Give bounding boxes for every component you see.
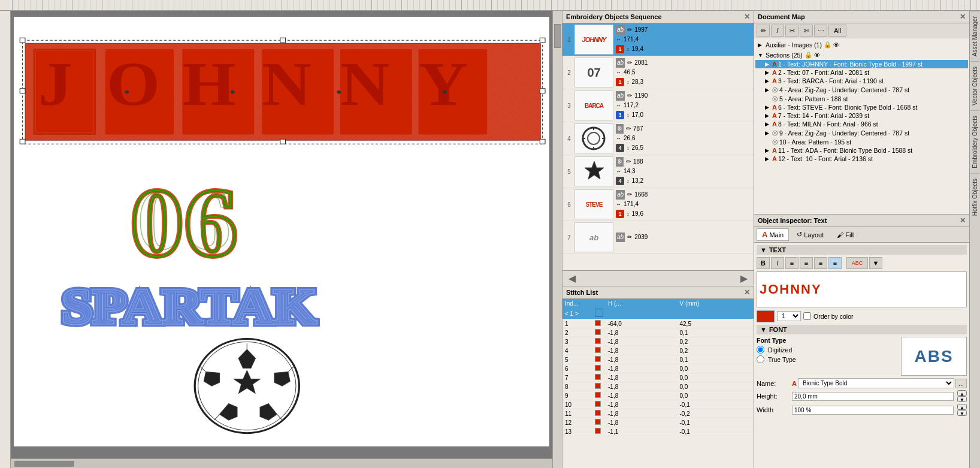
dm-item-7-expand[interactable]: ▶	[765, 113, 771, 119]
bold-button[interactable]: B	[757, 257, 770, 269]
oi-font-section-header[interactable]: ▼ FONT	[757, 325, 967, 334]
text-format-abc-button[interactable]: ABC	[846, 257, 868, 269]
sl-row-13[interactable]: 13 -1,1 -0,1	[562, 427, 754, 436]
edge-tab-asset-manager[interactable]: Asset Manager	[970, 11, 979, 61]
dm-item-2-expand[interactable]: ▶	[765, 70, 771, 76]
dm-item-3[interactable]: ▶ A 3 - Text: BARCA - Font: Arial - 1190…	[755, 77, 968, 85]
stitch-list-header-row[interactable]: < 1 >	[562, 308, 754, 319]
eos-item-5[interactable]: 5 ⚙ ✏ 188 ↔ 14,3	[562, 155, 754, 188]
sl-row-11[interactable]: 11 -1,8 -0,2	[562, 409, 754, 418]
horizontal-scrollbar-thumb[interactable]	[14, 461, 74, 467]
eos-item-1[interactable]: 1 JOHNNY ab ✏ 1997 ↔ 171,4 1	[562, 23, 754, 56]
vertical-scroll-thumb[interactable]	[554, 24, 561, 48]
justify-button[interactable]: ≡	[828, 257, 842, 269]
sl-row-6[interactable]: 6 -1,8 0,0	[562, 364, 754, 373]
doc-map-line-tool[interactable]: /	[771, 25, 784, 37]
dm-item-6[interactable]: ▶ A 6 - Text: STEVE - Font: Bionic Type …	[755, 103, 968, 111]
eos-item-3[interactable]: 3 BARCA ab ✏ 1190 ↔ 117,2 3	[562, 89, 754, 122]
edge-tab-hotfix-objects[interactable]: Hotfix Objects	[970, 173, 979, 221]
oi-text-section-header[interactable]: ▼ TEXT	[757, 245, 967, 255]
sl-row-2[interactable]: 2 -1,8 0,1	[562, 328, 754, 337]
eos-item-4[interactable]: 4 ⚙ ✏	[562, 122, 754, 155]
font-more-button[interactable]: ...	[955, 379, 967, 388]
eos-prev-button[interactable]: ◀	[565, 272, 579, 285]
edge-tab-vector-objects[interactable]: Vector Objects	[970, 61, 979, 110]
doc-map-pencil-tool[interactable]: ✏	[757, 25, 770, 37]
eos-item-7[interactable]: 7 ab ab ✏ 2039	[562, 221, 754, 254]
dm-auxiliar-header[interactable]: ▶ Auxiliar - Images (1) 🔒 👁	[755, 40, 968, 50]
doc-map-tree[interactable]: ▶ Auxiliar - Images (1) 🔒 👁 ▼ Sections (…	[754, 38, 969, 214]
dm-item-10[interactable]: ◎ 10 - Area: Pattern - 195 st	[755, 137, 968, 146]
canvas-scrollbar[interactable]	[11, 458, 552, 468]
tab-main[interactable]: A Main	[757, 228, 789, 241]
dm-item-9-expand[interactable]: ▶	[765, 130, 771, 136]
font-width-input[interactable]	[792, 406, 954, 415]
font-height-input[interactable]	[792, 392, 954, 401]
dm-item-9[interactable]: ▶ ◎ 9 - Area: Zig-Zag - Underlay: Center…	[755, 128, 968, 137]
oi-content: ▼ TEXT B I ≡ ≡ ≡ ≡ ABC ▼	[754, 243, 969, 468]
dm-item-8[interactable]: ▶ A 8 - Text: MILAN - Font: Arial - 966 …	[755, 120, 968, 128]
italic-button[interactable]: I	[771, 257, 784, 269]
color-swatch[interactable]	[757, 310, 775, 322]
doc-map-all-button[interactable]: All	[828, 25, 846, 37]
sl-row-7[interactable]: 7 -1,8 0,0	[562, 373, 754, 382]
font-height-up-button[interactable]: ▲	[957, 390, 967, 396]
doc-map-split-tool[interactable]: ✄	[800, 25, 813, 37]
dm-item-4[interactable]: ▶ ◎ 4 - Area: Zig-Zag - Underlay: Center…	[755, 85, 968, 94]
color-dropdown[interactable]: 1 2	[777, 311, 801, 321]
stitch-list-close-button[interactable]: ✕	[744, 288, 750, 297]
stitch-list-table[interactable]: 1 -64,0 42,5 2 -1,8 0,1 3 -1,8 0,2	[562, 319, 754, 468]
edge-tab-embroidery-objects[interactable]: Embroidery Objects	[970, 110, 979, 173]
dm-item-5[interactable]: ◎ 5 - Area: Pattern - 188 st	[755, 94, 968, 103]
dm-sections-header[interactable]: ▼ Sections (25) 🔒 👁	[755, 50, 968, 60]
dm-item-2[interactable]: ▶ A 2 - Text: 07 - Font: Arial - 2081 st	[755, 68, 968, 77]
sl-row-4[interactable]: 4 -1,8 0,2	[562, 346, 754, 355]
dm-item-11[interactable]: ▶ A 11 - Text: ADA - Font: Bionic Type B…	[755, 146, 968, 155]
font-height-down-button[interactable]: ▼	[957, 396, 967, 402]
oi-close-button[interactable]: ✕	[960, 216, 966, 225]
dm-sections-expand[interactable]: ▼	[758, 52, 764, 58]
font-width-down-button[interactable]: ▼	[957, 410, 967, 416]
dm-auxiliar-expand[interactable]: ▶	[758, 42, 764, 48]
dm-item-8-expand[interactable]: ▶	[765, 121, 771, 127]
sl-row-1[interactable]: 1 -64,0 42,5	[562, 319, 754, 328]
dm-item-12-expand[interactable]: ▶	[765, 156, 771, 162]
sl-row-5[interactable]: 5 -1,8 0,1	[562, 355, 754, 364]
sl-row-3[interactable]: 3 -1,8 0,2	[562, 337, 754, 346]
font-preview-text: ABS	[914, 347, 953, 366]
eos-scroll-area[interactable]: 1 JOHNNY ab ✏ 1997 ↔ 171,4 1	[562, 23, 754, 270]
align-center-button[interactable]: ≡	[800, 257, 813, 269]
eos-item-6[interactable]: 6 STEVE ab ✏ 1668 ↔ 171,4 1	[562, 188, 754, 221]
dm-item-4-expand[interactable]: ▶	[765, 87, 771, 93]
canvas-content[interactable]: J O H N N	[11, 11, 552, 458]
order-by-color-checkbox[interactable]	[803, 312, 811, 320]
dm-item-1[interactable]: ▶ A 1 - Text: JOHNNY - Font: Bionic Type…	[755, 60, 968, 68]
dm-item-7[interactable]: ▶ A 7 - Text: 14 - Font: Arial - 2039 st	[755, 111, 968, 120]
eos-close-button[interactable]: ✕	[744, 13, 750, 21]
align-left-button[interactable]: ≡	[785, 257, 798, 269]
dm-item-11-expand[interactable]: ▶	[765, 147, 771, 153]
sl-row-12[interactable]: 12 -1,8 -0,1	[562, 418, 754, 427]
font-width-up-button[interactable]: ▲	[957, 404, 967, 410]
dm-item-6-expand[interactable]: ▶	[765, 104, 771, 110]
doc-map-close-button[interactable]: ✕	[960, 13, 966, 21]
font-digitized-radio[interactable]	[757, 346, 764, 354]
tab-fill[interactable]: 🖌 Fill	[831, 228, 859, 241]
canvas-area[interactable]: J O H N N	[11, 11, 552, 468]
sl-row-8[interactable]: 8 -1,8 0,0	[562, 382, 754, 391]
dm-item-1-expand[interactable]: ▶	[765, 61, 771, 67]
text-editor-box[interactable]: JOHNNY ··· ···	[757, 271, 967, 307]
eos-item-2[interactable]: 2 07 ab ✏ 2081 ↔ 46,5 1	[562, 56, 754, 89]
align-right-button[interactable]: ≡	[814, 257, 827, 269]
doc-map-scissors-tool[interactable]: ✂	[785, 25, 798, 37]
tab-layout[interactable]: ↺ Layout	[791, 228, 829, 241]
font-truetype-radio[interactable]	[757, 355, 764, 363]
dm-item-3-expand[interactable]: ▶	[765, 78, 771, 84]
text-format-dropdown-btn[interactable]: ▼	[869, 257, 882, 269]
sl-row-9[interactable]: 9 -1,8 0,0	[562, 391, 754, 400]
eos-next-button[interactable]: ▶	[737, 272, 751, 285]
font-name-select[interactable]: Bionic Type Bold	[798, 378, 954, 388]
sl-row-10[interactable]: 10 -1,8 -0,1	[562, 400, 754, 409]
dm-item-12[interactable]: ▶ A 12 - Text: 10 - Font: Arial - 2136 s…	[755, 155, 968, 163]
doc-map-dots-tool[interactable]: ⋯	[814, 25, 827, 37]
